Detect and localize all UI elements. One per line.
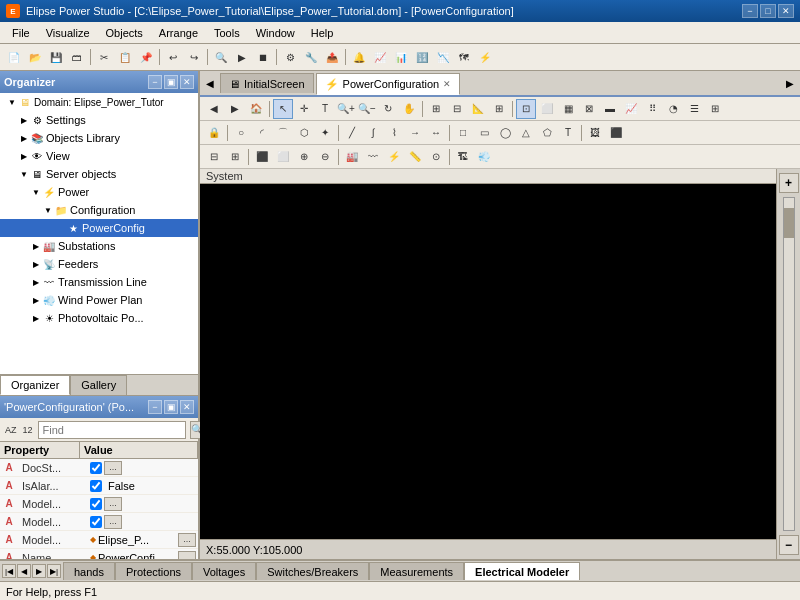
bottom-tab-hands[interactable]: hands <box>63 562 115 580</box>
organizer-float-button[interactable]: ▣ <box>164 75 178 89</box>
ctb2-line[interactable]: ╱ <box>342 123 362 143</box>
props-float-button[interactable]: ▣ <box>164 400 178 414</box>
tree-configuration[interactable]: ▼ 📁 Configuration <box>0 201 198 219</box>
ctb2-circle[interactable]: ○ <box>231 123 251 143</box>
ctb-grid[interactable]: ⊞ <box>489 99 509 119</box>
tb-chart[interactable]: 📉 <box>433 47 453 67</box>
scroll-thumb[interactable] <box>784 208 794 238</box>
ctb2-ellipse[interactable]: ◯ <box>495 123 515 143</box>
bottom-tab-protections[interactable]: Protections <box>115 562 192 580</box>
props-search-input[interactable] <box>38 421 186 439</box>
ctb-scatter[interactable]: ⠿ <box>642 99 662 119</box>
tb-paste[interactable]: 📌 <box>136 47 156 67</box>
menu-objects[interactable]: Objects <box>98 22 151 43</box>
prop-row-name[interactable]: A Name ◆ PowerConfi... … <box>0 549 198 559</box>
menu-file[interactable]: File <box>4 22 38 43</box>
bnav-last[interactable]: ▶| <box>47 564 61 578</box>
ctb-group[interactable]: ⊟ <box>447 99 467 119</box>
ctb2-crop[interactable]: ⬛ <box>606 123 626 143</box>
prop-check-2[interactable] <box>90 498 102 510</box>
maximize-button[interactable]: □ <box>760 4 776 18</box>
props-close-button[interactable]: ✕ <box>180 400 194 414</box>
minimize-button[interactable]: − <box>742 4 758 18</box>
tree-objects-library[interactable]: ▶ 📚 Objects Library <box>0 129 198 147</box>
powerconfig-toggle[interactable] <box>54 222 66 234</box>
ctb-highlight[interactable]: ⊡ <box>516 99 536 119</box>
ctb-rotate[interactable]: ↻ <box>378 99 398 119</box>
ctb2-arrow[interactable]: → <box>405 123 425 143</box>
bnav-next[interactable]: ▶ <box>32 564 46 578</box>
tb-map[interactable]: 🗺 <box>454 47 474 67</box>
tb-stop[interactable]: ⏹ <box>253 47 273 67</box>
ctb3-layer-up[interactable]: ⊕ <box>294 147 314 167</box>
menu-arrange[interactable]: Arrange <box>151 22 206 43</box>
tb-alarm[interactable]: 🔔 <box>349 47 369 67</box>
ctb-select-all[interactable]: ⊞ <box>426 99 446 119</box>
tree-view[interactable]: ▼ 🖥 Domain: Elipse_Power_Tutor ▶ ⚙ Setti… <box>0 93 198 374</box>
power-toggle[interactable]: ▼ <box>30 186 42 198</box>
organizer-pin-button[interactable]: − <box>148 75 162 89</box>
ctb-zoom-in[interactable]: 🔍+ <box>336 99 356 119</box>
ctb2-poly[interactable]: ⬡ <box>294 123 314 143</box>
wind-toggle[interactable]: ▶ <box>30 294 42 306</box>
ctb2-round-rect[interactable]: ▭ <box>474 123 494 143</box>
tb-publish[interactable]: 📤 <box>322 47 342 67</box>
prop-dots-5[interactable]: … <box>178 551 196 560</box>
tab-right-arrow[interactable]: ▶ <box>780 71 800 95</box>
zoom-out-button[interactable]: − <box>779 535 799 555</box>
ctb-pointer[interactable]: ↖ <box>273 99 293 119</box>
ctb2-rect[interactable]: □ <box>453 123 473 143</box>
domain-toggle[interactable]: ▼ <box>6 96 18 108</box>
tb-report[interactable]: 📊 <box>391 47 411 67</box>
tb-open[interactable]: 📂 <box>25 47 45 67</box>
tb-save[interactable]: 💾 <box>46 47 66 67</box>
tb-find[interactable]: 🔍 <box>211 47 231 67</box>
objects-library-toggle[interactable]: ▶ <box>18 132 30 144</box>
ctb-home[interactable]: 🏠 <box>246 99 266 119</box>
tb-cut[interactable]: ✂ <box>94 47 114 67</box>
menu-help[interactable]: Help <box>303 22 342 43</box>
tree-view-item[interactable]: ▶ 👁 View <box>0 147 198 165</box>
prop-row-model2[interactable]: A Model... … <box>0 513 198 531</box>
ctb-trend-btn[interactable]: 📈 <box>621 99 641 119</box>
ctb2-dbl-arrow[interactable]: ↔ <box>426 123 446 143</box>
ctb3-wind2[interactable]: 💨 <box>474 147 494 167</box>
ctb3-connect[interactable]: ⚡ <box>384 147 404 167</box>
ctb2-text2[interactable]: T <box>558 123 578 143</box>
view-toggle[interactable]: ▶ <box>18 150 30 162</box>
ctb3-front[interactable]: ⬛ <box>252 147 272 167</box>
tb-copy[interactable]: 📋 <box>115 47 135 67</box>
prop-dots-0[interactable]: … <box>104 461 122 475</box>
ctb2-sym[interactable]: ✦ <box>315 123 335 143</box>
ctb-zoom-out[interactable]: 🔍− <box>357 99 377 119</box>
ctb-pie[interactable]: ◔ <box>663 99 683 119</box>
prop-row-docst[interactable]: A DocSt... … <box>0 459 198 477</box>
bottom-tab-switches[interactable]: Switches/Breakers <box>256 562 369 580</box>
tb-settings[interactable]: ⚙ <box>280 47 300 67</box>
zoom-in-button[interactable]: + <box>779 173 799 193</box>
tb-config[interactable]: ⚡ <box>475 47 495 67</box>
ctb2-bezier[interactable]: ⌇ <box>384 123 404 143</box>
ctb-mode2[interactable]: ▦ <box>558 99 578 119</box>
ctb2-polygon[interactable]: ⬠ <box>537 123 557 143</box>
configuration-toggle[interactable]: ▼ <box>42 204 54 216</box>
ctb3-substation[interactable]: 🏭 <box>342 147 362 167</box>
ctb-pan[interactable]: ✋ <box>399 99 419 119</box>
ctb-table-view[interactable]: ⊞ <box>705 99 725 119</box>
prop-row-model1[interactable]: A Model... … <box>0 495 198 513</box>
tb-redo[interactable]: ↪ <box>184 47 204 67</box>
ctb-back[interactable]: ◀ <box>204 99 224 119</box>
tab-organizer[interactable]: Organizer <box>0 375 70 395</box>
ctb-text[interactable]: T <box>315 99 335 119</box>
ctb-snap[interactable]: 📐 <box>468 99 488 119</box>
tree-feeders[interactable]: ▶ 📡 Feeders <box>0 255 198 273</box>
organizer-close-button[interactable]: ✕ <box>180 75 194 89</box>
bnav-first[interactable]: |◀ <box>2 564 16 578</box>
substations-toggle[interactable]: ▶ <box>30 240 42 252</box>
prop-check-3[interactable] <box>90 516 102 528</box>
ctb2-triangle[interactable]: △ <box>516 123 536 143</box>
ctb2-3pt[interactable]: ⌒ <box>273 123 293 143</box>
settings-toggle[interactable]: ▶ <box>18 114 30 126</box>
ctb2-arc[interactable]: ◜ <box>252 123 272 143</box>
ctb-bar[interactable]: ▬ <box>600 99 620 119</box>
